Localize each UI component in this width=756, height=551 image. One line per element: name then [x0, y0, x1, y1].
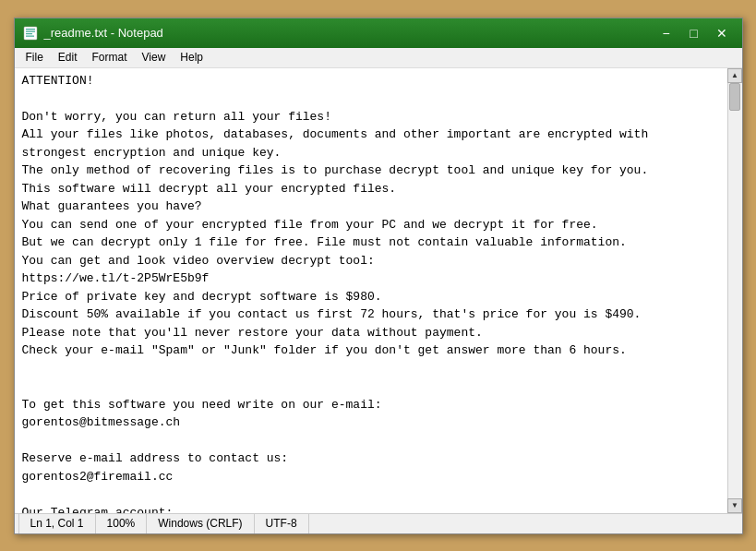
- svg-rect-4: [26, 35, 34, 36]
- scroll-up-arrow[interactable]: ▲: [727, 68, 742, 83]
- scrollbar-thumb[interactable]: [729, 83, 740, 111]
- svg-rect-3: [26, 33, 32, 34]
- menu-format[interactable]: Format: [85, 49, 135, 66]
- title-bar: _readme.txt - Notepad − □ ✕: [15, 18, 742, 48]
- encoding: UTF-8: [255, 514, 309, 533]
- svg-rect-1: [26, 29, 35, 30]
- zoom-level: 100%: [96, 514, 148, 533]
- window-controls: − □ ✕: [654, 23, 735, 43]
- app-icon: [22, 25, 39, 42]
- maximize-button[interactable]: □: [681, 23, 707, 43]
- menu-edit[interactable]: Edit: [51, 49, 85, 66]
- window-title: _readme.txt - Notepad: [44, 26, 654, 40]
- menu-view[interactable]: View: [135, 49, 174, 66]
- cursor-position: Ln 1, Col 1: [18, 514, 96, 533]
- scrollbar-track-area[interactable]: [728, 83, 742, 498]
- menu-file[interactable]: File: [18, 49, 51, 66]
- minimize-button[interactable]: −: [654, 23, 679, 43]
- text-editor[interactable]: ATTENTION! Don't worry, you can return a…: [15, 68, 727, 513]
- scroll-down-arrow[interactable]: ▼: [727, 498, 742, 513]
- svg-rect-2: [26, 30, 35, 31]
- line-ending: Windows (CRLF): [147, 514, 254, 533]
- notepad-window: _readme.txt - Notepad − □ ✕ File Edit Fo…: [14, 18, 743, 534]
- menu-bar: File Edit Format View Help: [15, 48, 742, 68]
- status-bar: Ln 1, Col 1 100% Windows (CRLF) UTF-8: [15, 513, 742, 533]
- menu-help[interactable]: Help: [173, 49, 210, 66]
- content-area: ATTENTION! Don't worry, you can return a…: [15, 68, 742, 513]
- close-button[interactable]: ✕: [709, 23, 735, 43]
- vertical-scrollbar[interactable]: ▲ ▼: [727, 68, 742, 513]
